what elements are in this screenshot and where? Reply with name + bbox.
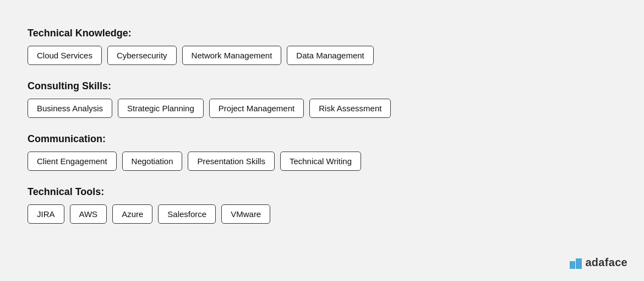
tag-risk-assessment[interactable]: Risk Assessment — [309, 99, 391, 118]
section-technical-tools: Technical Tools:JIRAAWSAzureSalesforceVM… — [28, 186, 391, 224]
tags-row-technical-tools: JIRAAWSAzureSalesforceVMware — [28, 204, 391, 224]
tag-project-management[interactable]: Project Management — [209, 99, 304, 118]
section-title-communication: Communication: — [28, 133, 391, 145]
tag-salesforce[interactable]: Salesforce — [158, 204, 216, 224]
svg-rect-1 — [576, 258, 582, 269]
tag-technical-writing[interactable]: Technical Writing — [280, 152, 361, 171]
tag-client-engagement[interactable]: Client Engagement — [28, 152, 117, 171]
section-communication: Communication:Client EngagementNegotiati… — [28, 133, 391, 171]
tag-cybersecurity[interactable]: Cybersecurity — [107, 46, 177, 65]
tag-data-management[interactable]: Data Management — [287, 46, 373, 65]
section-consulting-skills: Consulting Skills:Business AnalysisStrat… — [28, 80, 391, 118]
adaface-logo: adaface — [570, 256, 627, 269]
tag-strategic-planning[interactable]: Strategic Planning — [118, 99, 204, 118]
section-title-technical-tools: Technical Tools: — [28, 186, 391, 198]
tag-cloud-services[interactable]: Cloud Services — [28, 46, 102, 65]
svg-rect-0 — [570, 261, 575, 269]
section-technical-knowledge: Technical Knowledge:Cloud ServicesCybers… — [28, 28, 391, 65]
section-title-consulting-skills: Consulting Skills: — [28, 80, 391, 92]
tags-row-technical-knowledge: Cloud ServicesCybersecurityNetwork Manag… — [28, 46, 391, 65]
tag-network-management[interactable]: Network Management — [182, 46, 282, 65]
section-title-technical-knowledge: Technical Knowledge: — [28, 28, 391, 39]
tags-row-communication: Client EngagementNegotiationPresentation… — [28, 152, 391, 171]
tag-azure[interactable]: Azure — [112, 204, 152, 224]
adaface-icon — [570, 257, 582, 269]
tag-negotiation[interactable]: Negotiation — [122, 152, 183, 171]
tag-vmware[interactable]: VMware — [221, 204, 270, 224]
tags-row-consulting-skills: Business AnalysisStrategic PlanningProje… — [28, 99, 391, 118]
tag-jira[interactable]: JIRA — [28, 204, 64, 224]
adaface-brand-text: adaface — [585, 256, 627, 269]
tag-presentation-skills[interactable]: Presentation Skills — [188, 152, 274, 171]
main-content: Technical Knowledge:Cloud ServicesCybers… — [0, 0, 418, 251]
tag-aws[interactable]: AWS — [70, 204, 107, 224]
tag-business-analysis[interactable]: Business Analysis — [28, 99, 112, 118]
